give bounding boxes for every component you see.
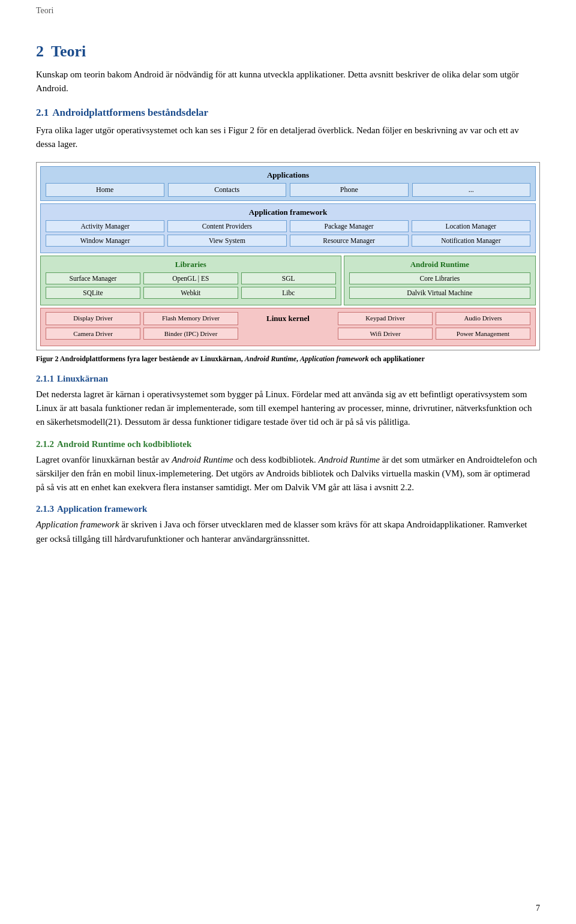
kernel-top-row: Display Driver Flash Memory Driver Linux… xyxy=(46,312,530,325)
kernel-label-center: Linux kernel xyxy=(241,312,335,325)
lib-sgl: SGL xyxy=(241,272,336,284)
kernel-power-management: Power Management xyxy=(436,328,530,340)
figure-caption-prefix: Figur 2 Androidplattformens fyra lager b… xyxy=(36,355,245,363)
section-heading-2-1: 2.1Androidplattformens beståndsdelar xyxy=(36,107,540,119)
subsection-number-211: 2.1.1 xyxy=(36,374,54,383)
app-contacts: Contacts xyxy=(168,183,287,197)
runtime-dalvik: Dalvik Virtual Machine xyxy=(349,287,530,299)
lib-row-2: SQLite Webkit Libc xyxy=(46,287,336,299)
chapter-number: 2 xyxy=(36,43,44,60)
kernel-display-driver: Display Driver xyxy=(46,312,140,325)
lib-opengl: OpenGL | ES xyxy=(143,272,238,284)
runtime-label: Android Runtime xyxy=(349,260,530,269)
section-title: Androidplattformens beståndsdelar xyxy=(52,107,208,118)
runtime-layer: Android Runtime Core Libraries Dalvik Vi… xyxy=(344,256,536,305)
figure-caption: Figur 2 Androidplattformens fyra lager b… xyxy=(36,354,540,364)
subsection-heading-211: 2.1.1Linuxkärnan xyxy=(36,374,540,384)
kernel-keypad-driver: Keypad Driver xyxy=(338,312,433,325)
applications-label: Applications xyxy=(46,170,530,180)
text-212-2: och dess kodbibliotek. xyxy=(233,455,319,464)
subsection-heading-212: 2.1.2Android Runtime och kodbibliotek xyxy=(36,439,540,449)
kernel-layer: Display Driver Flash Memory Driver Linux… xyxy=(40,308,536,346)
subsection-number-213: 2.1.3 xyxy=(36,504,54,514)
runtime-core-libraries: Core Libraries xyxy=(349,272,530,284)
app-more: ... xyxy=(412,183,531,197)
subsection-title-211: Linuxkärnan xyxy=(57,374,108,383)
fw-package-manager: Package Manager xyxy=(290,220,409,232)
fw-window-manager: Window Manager xyxy=(46,235,164,247)
subsection-number-212: 2.1.2 xyxy=(36,439,54,449)
libraries-layer: Libraries Surface Manager OpenGL | ES SG… xyxy=(40,256,341,305)
kernel-wifi-driver: Wifi Driver xyxy=(338,328,433,340)
subsection-text-211: Det nedersta lagret är kärnan i operativ… xyxy=(36,388,540,430)
kernel-binder-driver: Binder (IPC) Driver xyxy=(143,328,238,340)
framework-layer: Application framework Activity Manager C… xyxy=(40,203,536,253)
fw-activity-manager: Activity Manager xyxy=(46,220,164,232)
text-212-1: Lagret ovanför linuxkärnan består av xyxy=(36,455,172,464)
subsection-title-213: Application framework xyxy=(57,504,147,514)
section-text-1: Fyra olika lager utgör operativsystemet … xyxy=(36,124,540,152)
fw-location-manager: Location Manager xyxy=(412,220,530,232)
chapter-title: Teori xyxy=(51,43,86,60)
subsection-text-213: Application framework är skriven i Java … xyxy=(36,518,540,546)
kernel-spacer xyxy=(241,328,335,340)
lib-libc: Libc xyxy=(241,287,336,299)
kernel-flash-driver: Flash Memory Driver xyxy=(143,312,238,325)
section-number: 2.1 xyxy=(36,107,49,118)
intro-text: Kunskap om teorin bakom Android är nödvä… xyxy=(36,68,540,96)
middle-layer: Libraries Surface Manager OpenGL | ES SG… xyxy=(40,256,536,305)
kernel-audio-drivers: Audio Drivers xyxy=(436,312,530,325)
framework-row-1: Activity Manager Content Providers Packa… xyxy=(46,220,530,232)
fw-resource-manager: Resource Manager xyxy=(290,235,409,247)
lib-row-1: Surface Manager OpenGL | ES SGL xyxy=(46,272,336,284)
text-212-italic2: Android Runtime xyxy=(319,455,380,464)
applications-layer: Applications Home Contacts Phone ... xyxy=(40,166,536,201)
framework-row-2: Window Manager View System Resource Mana… xyxy=(46,235,530,247)
fw-content-providers: Content Providers xyxy=(167,220,286,232)
page-header: Teori xyxy=(36,0,540,19)
apps-row: Home Contacts Phone ... xyxy=(46,183,530,197)
app-home: Home xyxy=(46,183,164,197)
figure-caption-italic1: Android Runtime xyxy=(245,355,296,363)
fw-view-system: View System xyxy=(167,235,286,247)
figure-caption-suffix: och applikationer xyxy=(368,355,424,363)
text-213-1: Application framework xyxy=(36,520,119,529)
framework-label: Application framework xyxy=(46,208,530,217)
subsection-text-212: Lagret ovanför linuxkärnan består av And… xyxy=(36,453,540,495)
page-number: 7 xyxy=(536,904,540,913)
chapter-heading: 2Teori xyxy=(36,43,540,61)
app-phone: Phone xyxy=(290,183,409,197)
subsection-heading-213: 2.1.3Application framework xyxy=(36,504,540,514)
text-212-italic1: Android Runtime xyxy=(172,455,233,464)
android-architecture-diagram: Applications Home Contacts Phone ... App… xyxy=(36,162,540,350)
lib-sqlite: SQLite xyxy=(46,287,140,299)
kernel-camera-driver: Camera Driver xyxy=(46,328,140,340)
fw-notification-manager: Notification Manager xyxy=(412,235,530,247)
subsection-title-212: Android Runtime och kodbibliotek xyxy=(57,439,191,449)
lib-surface-manager: Surface Manager xyxy=(46,272,140,284)
figure-caption-italic2: Application framework xyxy=(300,355,368,363)
kernel-row-2: Camera Driver Binder (IPC) Driver Wifi D… xyxy=(46,328,530,340)
lib-webkit: Webkit xyxy=(143,287,238,299)
header-text: Teori xyxy=(36,6,53,15)
libraries-label: Libraries xyxy=(46,260,336,269)
